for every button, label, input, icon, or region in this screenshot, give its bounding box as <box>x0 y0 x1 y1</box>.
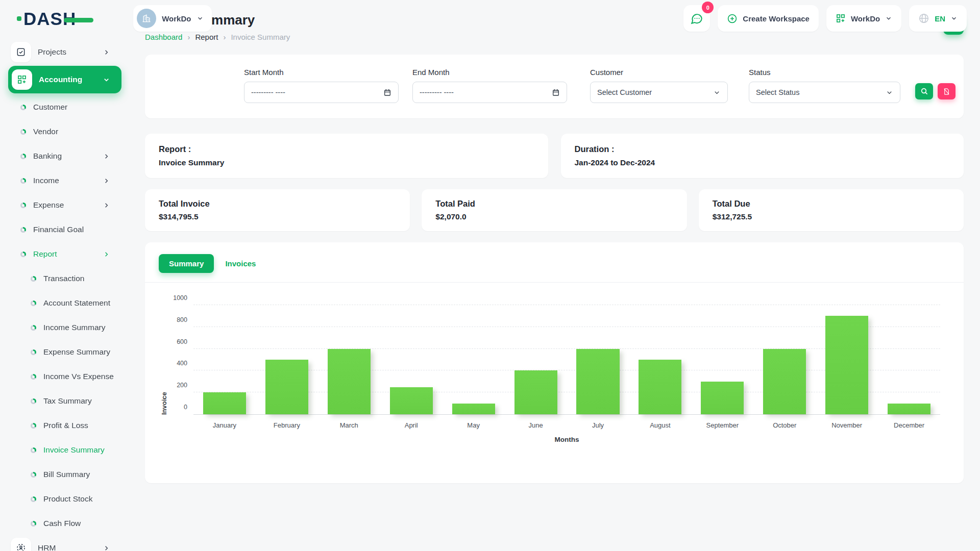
bar-july <box>576 349 619 414</box>
y-tick-label: 600 <box>177 338 187 345</box>
customer-select[interactable]: Select Customer <box>590 82 728 103</box>
end-month-input[interactable]: --------- ---- <box>412 82 567 103</box>
sidebar-item-report[interactable]: Report <box>0 242 129 266</box>
sidebar-item-label: Projects <box>38 47 66 57</box>
x-tick-label: April <box>380 421 443 429</box>
chevron-down-icon <box>197 15 204 22</box>
building-icon <box>141 13 152 23</box>
sidebar-item-label: Income Vs Expense <box>43 372 114 381</box>
sidebar-item-projects[interactable]: Projects <box>0 40 129 64</box>
y-tick-label: 0 <box>184 404 187 411</box>
bullet-icon <box>31 374 36 380</box>
bullet-icon <box>31 349 36 355</box>
chevron-down-icon <box>950 15 958 22</box>
bar-september <box>701 382 744 414</box>
x-tick-label: June <box>505 421 567 429</box>
sidebar-item-label: Income Summary <box>43 323 105 332</box>
x-tick-label: August <box>629 421 691 429</box>
sidebar-item-banking[interactable]: Banking <box>0 144 129 168</box>
invoice-bar-chart: Invoice 02004006008001000 JanuaryFebruar… <box>145 283 964 443</box>
sidebar-item-account-statement[interactable]: Account Statement <box>0 291 129 315</box>
tab-invoices[interactable]: Invoices <box>223 254 258 273</box>
chevron-right-icon <box>103 544 110 551</box>
sidebar-item-profit-loss[interactable]: Profit & Loss <box>0 413 129 438</box>
sidebar-item-label: Profit & Loss <box>43 421 88 430</box>
duration-info-card: Duration : Jan-2024 to Dec-2024 <box>561 134 964 178</box>
sidebar-item-customer[interactable]: Customer <box>0 95 129 119</box>
sidebar-item-label: Tax Summary <box>43 396 92 406</box>
messages-button[interactable]: 0 <box>683 5 710 32</box>
workspace-switcher[interactable]: WorkDo <box>133 5 212 32</box>
sidebar-item-financial-goal[interactable]: Financial Goal <box>0 217 129 242</box>
status-select-value: Select Status <box>756 88 799 96</box>
report-label: Report : <box>159 144 534 154</box>
bar-plot: 02004006008001000 <box>193 305 940 415</box>
chart-tabs: Summary Invoices <box>145 242 964 283</box>
sidebar-item-product-stock[interactable]: Product Stock <box>0 487 129 511</box>
sidebar-item-cash-flow[interactable]: Cash Flow <box>0 511 129 536</box>
create-workspace-button[interactable]: Create Workspace <box>718 5 819 32</box>
bar-slot <box>318 305 380 414</box>
status-select[interactable]: Select Status <box>749 82 900 103</box>
tab-summary[interactable]: Summary <box>159 254 214 273</box>
chat-icon <box>690 12 703 25</box>
bullet-icon <box>20 203 26 208</box>
total-paid-card: Total Paid $2,070.0 <box>422 189 687 231</box>
bullet-icon <box>31 276 36 282</box>
x-tick-label: July <box>567 421 629 429</box>
sidebar-item-invoice-summary[interactable]: Invoice Summary <box>0 438 129 462</box>
duration-label: Duration : <box>575 144 950 154</box>
bar-slot <box>629 305 691 414</box>
checkbox-icon <box>11 42 31 62</box>
workdo-menu-button[interactable]: WorkDo <box>826 5 901 32</box>
chevron-right-icon <box>103 202 110 209</box>
bar-october <box>763 349 806 414</box>
sidebar-item-expense[interactable]: Expense <box>0 193 129 217</box>
bar-december <box>888 404 930 414</box>
top-bar: DASH WorkDo 0 Create Workspace WorkDo EN <box>0 0 980 37</box>
grid-plus-icon <box>836 13 846 23</box>
bar-march <box>328 349 371 414</box>
sidebar-item-income-vs-expense[interactable]: Income Vs Expense <box>0 364 129 389</box>
bar-slot <box>505 305 567 414</box>
bullet-icon <box>31 398 36 404</box>
sidebar-item-label: Cash Flow <box>43 519 81 528</box>
total-invoice-label: Total Invoice <box>159 199 396 209</box>
bar-slot <box>816 305 878 414</box>
total-invoice-value: $314,795.5 <box>159 212 396 221</box>
bullet-icon <box>31 521 36 527</box>
sidebar-item-hrm[interactable]: HRM <box>0 536 129 551</box>
sidebar-item-label: Expense Summary <box>43 347 110 357</box>
bar-august <box>639 360 681 414</box>
bullet-icon <box>20 129 26 135</box>
total-due-card: Total Due $312,725.5 <box>699 189 964 231</box>
sidebar-item-vendor[interactable]: Vendor <box>0 119 129 144</box>
start-month-input[interactable]: --------- ---- <box>244 82 399 103</box>
chevron-right-icon <box>103 153 110 160</box>
bullet-icon <box>20 154 26 159</box>
sidebar-item-income[interactable]: Income <box>0 168 129 193</box>
topbar-actions: 0 Create Workspace WorkDo EN <box>683 5 967 32</box>
sidebar-item-label: Product Stock <box>43 494 93 504</box>
bullet-icon <box>31 300 36 306</box>
report-info-card: Report : Invoice Summary <box>145 134 548 178</box>
bar-slot <box>193 305 256 414</box>
sidebar-item-tax-summary[interactable]: Tax Summary <box>0 389 129 413</box>
apply-filter-button[interactable] <box>915 83 933 99</box>
language-selector[interactable]: EN <box>909 5 967 32</box>
sidebar-item-bill-summary[interactable]: Bill Summary <box>0 462 129 487</box>
x-axis-labels: JanuaryFebruaryMarchAprilMayJuneJulyAugu… <box>193 415 940 429</box>
sidebar-item-label: Transaction <box>43 274 84 283</box>
sidebar-item-transaction[interactable]: Transaction <box>0 266 129 291</box>
sidebar-item-accounting[interactable]: Accounting <box>8 66 121 93</box>
reset-filter-button[interactable] <box>938 83 955 99</box>
bars-container <box>193 305 940 414</box>
customer-select-value: Select Customer <box>597 88 652 96</box>
sidebar-item-income-summary[interactable]: Income Summary <box>0 315 129 340</box>
total-due-label: Total Due <box>713 199 950 209</box>
sidebar-item-label: Bill Summary <box>43 470 90 479</box>
sidebar-item-expense-summary[interactable]: Expense Summary <box>0 340 129 364</box>
y-tick-label: 200 <box>177 382 187 389</box>
bullet-icon <box>20 252 26 257</box>
sidebar-item-label: Report <box>33 249 57 259</box>
